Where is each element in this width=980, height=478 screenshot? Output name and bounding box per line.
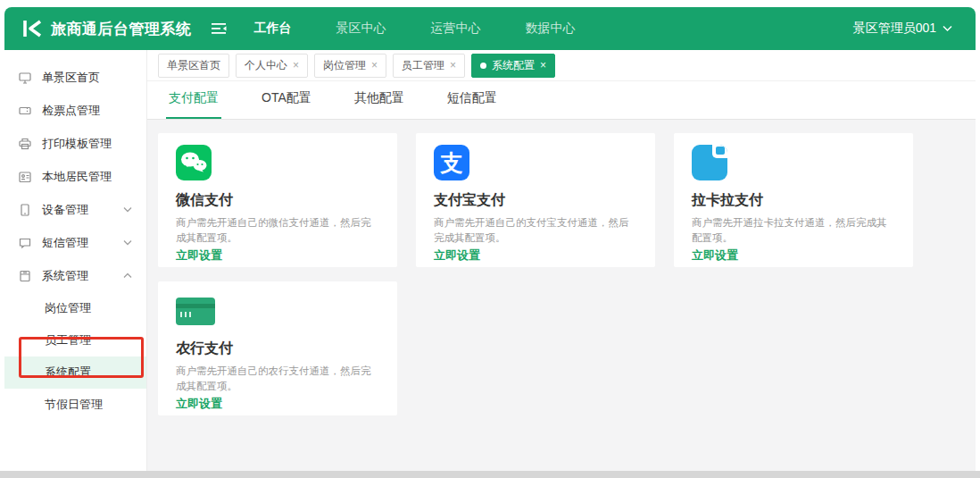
ticket-icon — [18, 104, 32, 118]
card-lakala-pay: 拉卡拉支付 商户需先开通拉卡拉支付通道，然后完成其配置项。 立即设置 — [674, 133, 913, 267]
tab-payment-config[interactable]: 支付配置 — [166, 90, 221, 119]
sidebar: 单景区首页 检票点管理 打印模板管理 — [4, 50, 147, 471]
tab-ota-config[interactable]: OTA配置 — [259, 90, 314, 119]
card-title: 农行支付 — [176, 340, 379, 358]
setup-now-link[interactable]: 立即设置 — [176, 396, 222, 412]
close-icon[interactable]: × — [450, 60, 456, 71]
chevron-down-icon — [123, 206, 132, 213]
user-name: 景区管理员001 — [853, 21, 936, 37]
nav-scenic-center[interactable]: 景区中心 — [336, 21, 386, 37]
message-icon — [18, 236, 32, 250]
app-window: 旅商通后台管理系统 工作台 景区中心 运营中心 数据中心 景区管理员001 — [4, 7, 976, 471]
sidebar-subitem-staff-management[interactable]: 员工管理 — [4, 324, 146, 356]
sidebar-item-sms-management[interactable]: 短信管理 — [4, 226, 146, 259]
nav-data-center[interactable]: 数据中心 — [526, 21, 576, 37]
tab-other-config[interactable]: 其他配置 — [352, 90, 407, 119]
active-dot-icon — [480, 63, 486, 69]
tab-chip-personal-center[interactable]: 个人中心 × — [236, 54, 308, 78]
system-icon — [18, 269, 32, 283]
sidebar-item-device-management[interactable]: 设备管理 — [4, 193, 146, 226]
sidebar-subitem-post-management[interactable]: 岗位管理 — [4, 292, 146, 324]
sidebar-item-single-scenic-home[interactable]: 单景区首页 — [4, 61, 146, 94]
card-description: 商户需先开通自己的支付宝支付通道，然后完成其配置项。 — [434, 215, 637, 246]
user-menu[interactable]: 景区管理员001 — [853, 21, 976, 37]
app-title: 旅商通后台管理系统 — [51, 19, 192, 39]
card-alipay: 支 支付宝支付 商户需先开通自己的支付宝支付通道，然后完成其配置项。 立即设置 — [416, 133, 655, 267]
top-nav: 工作台 景区中心 运营中心 数据中心 — [254, 21, 576, 37]
close-icon[interactable]: × — [540, 60, 546, 71]
tab-chip-staff-management[interactable]: 员工管理 × — [393, 54, 465, 78]
sidebar-item-system-management[interactable]: 系统管理 — [4, 259, 146, 292]
alipay-icon: 支 — [434, 145, 469, 180]
bank-card-icon — [176, 298, 215, 325]
card-title: 微信支付 — [176, 191, 379, 210]
nav-workbench[interactable]: 工作台 — [254, 21, 292, 37]
setup-now-link[interactable]: 立即设置 — [176, 247, 222, 264]
nav-operation-center[interactable]: 运营中心 — [431, 21, 481, 37]
wechat-pay-icon — [176, 145, 212, 180]
brand-logo-icon — [21, 17, 44, 40]
payment-cards-area: 微信支付 商户需先开通自己的微信支付通道，然后完成其配置项。 立即设置 支 支付… — [147, 120, 976, 471]
id-card-icon — [18, 170, 32, 184]
app-logo: 旅商通后台管理系统 — [4, 17, 192, 40]
tab-sms-config[interactable]: 短信配置 — [444, 90, 500, 119]
tab-chip-single-scenic-home[interactable]: 单景区首页 — [158, 54, 229, 78]
card-wechat-pay: 微信支付 商户需先开通自己的微信支付通道，然后完成其配置项。 立即设置 — [158, 133, 397, 267]
card-abc-pay: 农行支付 商户需先开通自己的农行支付通道，然后完成其配置项。 立即设置 — [158, 281, 397, 415]
sidebar-subitem-holiday-management[interactable]: 节假日管理 — [4, 389, 146, 421]
printer-icon — [18, 137, 32, 151]
close-icon[interactable]: × — [371, 60, 378, 71]
card-description: 商户需先开通自己的微信支付通道，然后完成其配置项。 — [176, 215, 379, 246]
collapse-sidebar-icon[interactable] — [212, 22, 228, 35]
tab-chip-post-management[interactable]: 岗位管理 × — [314, 54, 386, 78]
monitor-icon — [18, 71, 32, 85]
bottom-scrollbar-strip[interactable] — [0, 471, 980, 478]
sidebar-item-local-residents[interactable]: 本地居民管理 — [4, 160, 146, 193]
chevron-up-icon — [123, 273, 132, 279]
card-description: 商户需先开通拉卡拉支付通道，然后完成其配置项。 — [692, 215, 895, 246]
chevron-down-icon — [123, 239, 132, 246]
opened-tabs-bar: 单景区首页 个人中心 × 岗位管理 × 员工管理 × 系统配置 × — [147, 50, 976, 81]
tab-chip-system-config[interactable]: 系统配置 × — [471, 54, 555, 78]
sidebar-subitem-system-config[interactable]: 系统配置 — [4, 356, 146, 389]
setup-now-link[interactable]: 立即设置 — [434, 247, 480, 264]
sidebar-item-print-template[interactable]: 打印模板管理 — [4, 127, 146, 160]
config-tabs: 支付配置 OTA配置 其他配置 短信配置 — [147, 81, 976, 120]
close-icon[interactable]: × — [293, 60, 299, 71]
card-description: 商户需先开通自己的农行支付通道，然后完成其配置项。 — [176, 364, 379, 394]
lakala-pay-icon — [692, 145, 727, 180]
setup-now-link[interactable]: 立即设置 — [692, 247, 738, 264]
device-icon — [18, 203, 32, 217]
sidebar-item-ticket-check[interactable]: 检票点管理 — [4, 94, 146, 127]
chevron-down-icon — [943, 25, 952, 32]
top-header: 旅商通后台管理系统 工作台 景区中心 运营中心 数据中心 景区管理员001 — [4, 7, 976, 50]
card-title: 拉卡拉支付 — [692, 191, 895, 210]
main-area: 单景区首页 个人中心 × 岗位管理 × 员工管理 × 系统配置 × — [147, 50, 976, 471]
card-title: 支付宝支付 — [434, 191, 637, 210]
